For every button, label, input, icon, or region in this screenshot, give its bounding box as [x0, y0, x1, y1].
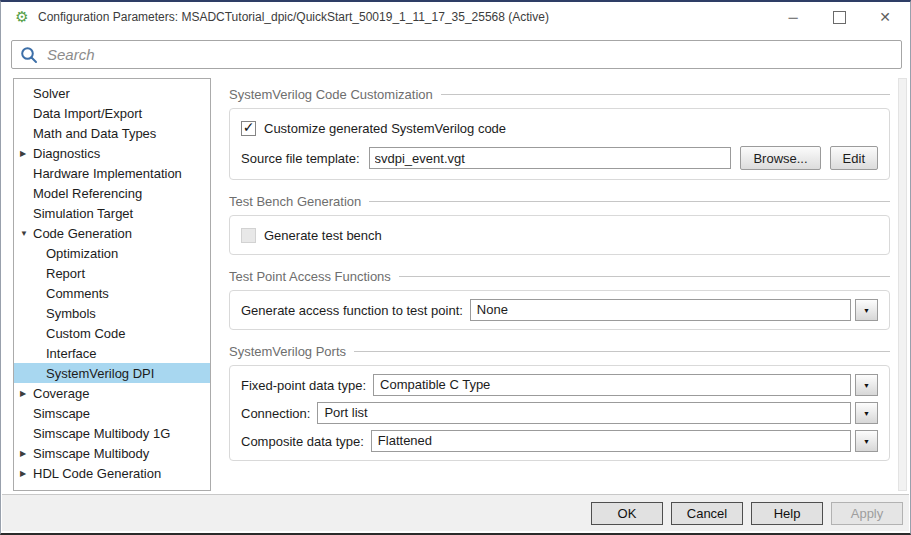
connection-value[interactable]: Port list — [317, 402, 851, 424]
chevron-down-icon[interactable]: ▼ — [20, 229, 33, 238]
composite-data-type-label: Composite data type: — [241, 434, 364, 449]
sidebar-item-label: Diagnostics — [33, 146, 100, 161]
sidebar-item-simscape-multibody-1g[interactable]: Simscape Multibody 1G — [14, 423, 210, 443]
section-header-test-bench-generation: Test Bench Generation — [229, 193, 890, 209]
sidebar-item-label: Data Import/Export — [33, 106, 142, 121]
connection-combo: Port list ▼ — [317, 402, 878, 424]
close-button[interactable]: ✕ — [862, 2, 908, 32]
sidebar-item-label: Interface — [46, 346, 97, 361]
sidebar-item-simscape[interactable]: Simscape — [14, 403, 210, 423]
customize-code-label: Customize generated SystemVerilog code — [264, 121, 506, 136]
generate-test-bench-checkbox[interactable]: ✓ — [241, 228, 256, 243]
sidebar-item-label: Model Referencing — [33, 186, 142, 201]
sidebar-item-label: Symbols — [46, 306, 96, 321]
minimize-icon: ─ — [788, 10, 797, 25]
sidebar-item-diagnostics[interactable]: ▶ Diagnostics — [14, 143, 210, 163]
connection-row: Connection: Port list ▼ — [241, 402, 878, 424]
sidebar-item-label: HDL Code Generation — [33, 466, 161, 481]
sidebar-item-interface[interactable]: Interface — [14, 343, 210, 363]
minimize-button[interactable]: ─ — [770, 2, 816, 32]
chevron-right-icon[interactable]: ▶ — [20, 469, 33, 478]
sidebar-item-label: Simscape Multibody — [33, 446, 149, 461]
test-point-access-value[interactable]: None — [470, 299, 851, 321]
sidebar-item-label: Custom Code — [46, 326, 125, 341]
sidebar-item-report[interactable]: Report — [14, 263, 210, 283]
sidebar-item-label: Optimization — [46, 246, 118, 261]
sidebar-item-label: SystemVerilog DPI — [46, 366, 154, 381]
maximize-icon — [833, 11, 846, 24]
sidebar-item-simscape-multibody[interactable]: ▶ Simscape Multibody — [14, 443, 210, 463]
sidebar-item-comments[interactable]: Comments — [14, 283, 210, 303]
apply-button[interactable]: Apply — [831, 502, 903, 525]
test-point-access-label: Generate access function to test point: — [241, 303, 463, 318]
fixed-point-data-type-combo: Compatible C Type ▼ — [373, 374, 878, 396]
fixed-point-data-type-dropdown-button[interactable]: ▼ — [855, 374, 878, 396]
sidebar-item-label: Coverage — [33, 386, 89, 401]
connection-label: Connection: — [241, 406, 310, 421]
fixed-point-data-type-row: Fixed-point data type: Compatible C Type… — [241, 374, 878, 396]
sidebar-item-label: Report — [46, 266, 85, 281]
section-header-systemverilog-ports: SystemVerilog Ports — [229, 343, 890, 359]
generate-test-bench-row: ✓ Generate test bench — [241, 224, 878, 246]
test-point-access-row: Generate access function to test point: … — [241, 299, 878, 321]
close-icon: ✕ — [879, 9, 891, 25]
section-header-test-point-access-functions: Test Point Access Functions — [229, 268, 890, 284]
composite-data-type-combo: Flattened ▼ — [371, 430, 878, 452]
sidebar-item-systemverilog-dpi[interactable]: SystemVerilog DPI — [14, 363, 210, 383]
fixed-point-data-type-value[interactable]: Compatible C Type — [373, 374, 851, 396]
section-title: Test Point Access Functions — [229, 269, 391, 284]
section-header-systemverilog-code-customization: SystemVerilog Code Customization — [229, 86, 890, 102]
fixed-point-data-type-label: Fixed-point data type: — [241, 378, 366, 393]
sidebar-item-data-import-export[interactable]: Data Import/Export — [14, 103, 210, 123]
section-title: SystemVerilog Code Customization — [229, 87, 433, 102]
sidebar-item-hardware-implementation[interactable]: Hardware Implementation — [14, 163, 210, 183]
group-test-point-access-functions: Generate access function to test point: … — [229, 290, 890, 330]
group-test-bench-generation: ✓ Generate test bench — [229, 215, 890, 255]
chevron-right-icon[interactable]: ▶ — [20, 389, 33, 398]
sidebar-item-solver[interactable]: Solver — [14, 83, 210, 103]
help-button[interactable]: Help — [751, 502, 823, 525]
source-file-template-label: Source file template: — [241, 151, 360, 166]
title-bar[interactable]: ⚙ Configuration Parameters: MSADCTutoria… — [1, 2, 910, 32]
sidebar-item-simulation-target[interactable]: Simulation Target — [14, 203, 210, 223]
maximize-button[interactable] — [816, 2, 862, 32]
edit-button[interactable]: Edit — [830, 146, 878, 170]
sidebar-item-symbols[interactable]: Symbols — [14, 303, 210, 323]
generate-test-bench-label: Generate test bench — [264, 228, 382, 243]
cancel-button[interactable]: Cancel — [671, 502, 743, 525]
sidebar-item-label: Simscape — [33, 406, 90, 421]
sidebar-item-custom-code[interactable]: Custom Code — [14, 323, 210, 343]
scrollbar-track[interactable] — [898, 78, 907, 491]
sidebar-item-label: Solver — [33, 86, 70, 101]
footer-button-bar: OK Cancel Help Apply — [2, 494, 909, 531]
connection-dropdown-button[interactable]: ▼ — [855, 402, 878, 424]
sidebar-item-label: Simulation Target — [33, 206, 133, 221]
chevron-down-icon: ▼ — [863, 382, 870, 389]
chevron-right-icon[interactable]: ▶ — [20, 149, 33, 158]
sidebar-item-label: Math and Data Types — [33, 126, 156, 141]
sidebar-item-model-referencing[interactable]: Model Referencing — [14, 183, 210, 203]
section-title: Test Bench Generation — [229, 194, 361, 209]
chevron-down-icon: ▼ — [863, 410, 870, 417]
search-input[interactable] — [45, 45, 893, 64]
customize-code-row: ✓ Customize generated SystemVerilog code — [241, 117, 878, 139]
sidebar-item-code-generation[interactable]: ▼ Code Generation — [14, 223, 210, 243]
sidebar-item-coverage[interactable]: ▶ Coverage — [14, 383, 210, 403]
ok-button[interactable]: OK — [591, 502, 663, 525]
sidebar-item-math-and-data-types[interactable]: Math and Data Types — [14, 123, 210, 143]
check-icon: ✓ — [243, 120, 255, 134]
sidebar-item-optimization[interactable]: Optimization — [14, 243, 210, 263]
customize-code-checkbox[interactable]: ✓ — [241, 121, 256, 136]
composite-data-type-value[interactable]: Flattened — [371, 430, 851, 452]
sidebar-item-label: Code Generation — [33, 226, 132, 241]
configuration-parameters-icon: ⚙ — [13, 8, 31, 26]
sidebar-item-hdl-code-generation[interactable]: ▶ HDL Code Generation — [14, 463, 210, 483]
main-panel: SystemVerilog Code Customization ✓ Custo… — [229, 86, 890, 474]
source-file-template-row: Source file template: Browse... Edit — [241, 146, 878, 170]
group-systemverilog-ports: Fixed-point data type: Compatible C Type… — [229, 365, 890, 461]
chevron-right-icon[interactable]: ▶ — [20, 449, 33, 458]
test-point-access-dropdown-button[interactable]: ▼ — [855, 299, 878, 321]
browse-button[interactable]: Browse... — [740, 146, 820, 170]
source-file-template-input[interactable] — [369, 147, 732, 169]
composite-data-type-dropdown-button[interactable]: ▼ — [855, 430, 878, 452]
